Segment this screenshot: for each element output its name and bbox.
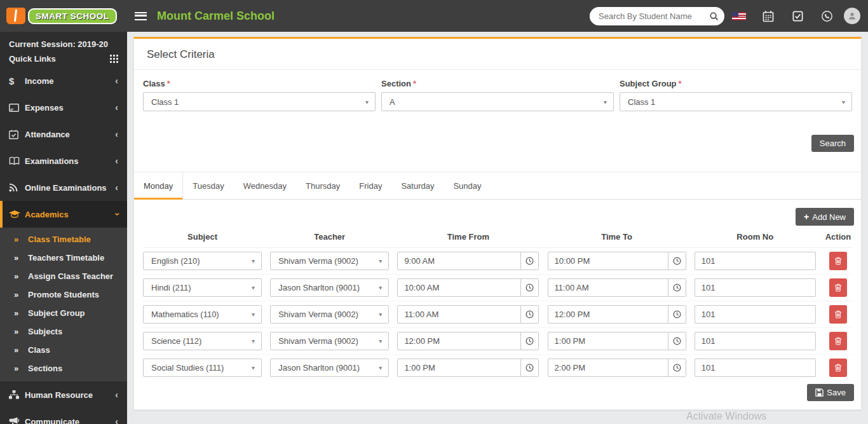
- teacher-select[interactable]: Jason Sharlton (9001)▾: [270, 278, 389, 297]
- section-select[interactable]: A ▾: [381, 92, 614, 111]
- room-no-input[interactable]: [695, 305, 816, 324]
- time-to-input[interactable]: [548, 359, 668, 377]
- time-from-input[interactable]: [397, 278, 521, 297]
- clock-icon[interactable]: [521, 252, 539, 270]
- room-no-input[interactable]: [695, 252, 816, 270]
- sidebar-item-communicate[interactable]: Communicate ‹: [0, 408, 127, 424]
- plus-icon: +: [804, 212, 809, 222]
- sidebar-subitem-teachers-timetable[interactable]: » Teachers Timetable: [0, 249, 127, 267]
- open-book-icon: [9, 156, 25, 165]
- section-field: Section* A ▾: [381, 79, 614, 111]
- table-row: English (210)▾ Shivam Verma (9002)▾: [143, 248, 852, 275]
- whatsapp-icon[interactable]: [812, 10, 841, 22]
- time-from-input[interactable]: [397, 252, 521, 270]
- sidebar-item-attendance[interactable]: Attendance ‹: [0, 121, 127, 147]
- class-select[interactable]: Class 1 ▾: [143, 92, 376, 111]
- tab-thursday[interactable]: Thursday: [296, 172, 349, 199]
- subject-select[interactable]: Science (112)▾: [143, 332, 262, 350]
- clock-icon[interactable]: [668, 305, 686, 324]
- teacher-select[interactable]: Shivam Verma (9002)▾: [270, 305, 389, 324]
- trash-icon: [834, 257, 842, 265]
- sidebar-subitem-class[interactable]: » Class: [0, 341, 127, 359]
- search-icon[interactable]: [703, 7, 724, 25]
- subject-group-label: Subject Group: [620, 79, 677, 88]
- tab-wednesday[interactable]: Wednesday: [234, 172, 296, 199]
- sidebar-subitem-class-timetable[interactable]: » Class Timetable: [0, 230, 127, 249]
- subject-group-select[interactable]: Class 1 ▾: [620, 92, 852, 111]
- page-title: Select Criteria: [134, 39, 861, 70]
- caret-down-icon: ▾: [252, 364, 255, 371]
- sidebar-item-expenses[interactable]: Expenses ‹: [0, 94, 127, 121]
- sidebar-subitem-sections[interactable]: » Sections: [0, 359, 127, 378]
- clock-icon[interactable]: [521, 332, 539, 350]
- room-no-input[interactable]: [695, 278, 816, 297]
- delete-row-button[interactable]: [829, 278, 847, 297]
- room-no-input[interactable]: [695, 359, 816, 377]
- clock-icon[interactable]: [668, 332, 686, 350]
- task-check-icon[interactable]: [783, 11, 812, 22]
- time-from-input[interactable]: [397, 359, 521, 377]
- double-chevron-right-icon: »: [14, 308, 28, 318]
- time-to-input[interactable]: [548, 305, 668, 324]
- search-button[interactable]: Search: [811, 135, 854, 152]
- tab-sunday[interactable]: Sunday: [444, 172, 491, 199]
- time-to-input[interactable]: [548, 332, 668, 350]
- clock-icon[interactable]: [668, 252, 686, 270]
- sidebar-subitem-assign-class-teacher[interactable]: » Assign Class Teacher: [0, 267, 127, 285]
- sidebar-item-examinations[interactable]: Examinations ‹: [0, 147, 127, 174]
- column-header-action: Action: [824, 232, 852, 242]
- clock-icon[interactable]: [521, 305, 539, 324]
- sidebar-item-income[interactable]: $ Income ‹: [0, 67, 127, 94]
- user-avatar[interactable]: [844, 8, 860, 24]
- chevron-left-icon: ‹: [115, 102, 118, 113]
- delete-row-button[interactable]: [829, 359, 847, 377]
- sidebar: Current Session: 2019-20 Quick Links $ I…: [0, 32, 127, 424]
- teacher-select[interactable]: Shivam Verma (9002)▾: [270, 252, 389, 270]
- tab-friday[interactable]: Friday: [349, 172, 391, 199]
- caret-down-icon: ▾: [604, 99, 607, 106]
- search-input[interactable]: [590, 11, 703, 21]
- trash-icon: [834, 284, 842, 292]
- time-to-input[interactable]: [548, 278, 668, 297]
- clock-icon[interactable]: [521, 359, 539, 377]
- timetable-table: Subject Teacher Time From Time To Room N…: [134, 226, 861, 381]
- clock-icon[interactable]: [668, 359, 686, 377]
- column-header-time-to: Time To: [548, 232, 686, 242]
- clock-icon[interactable]: [668, 278, 686, 297]
- hamburger-menu-icon[interactable]: [135, 12, 147, 20]
- tab-tuesday[interactable]: Tuesday: [183, 172, 233, 199]
- tab-monday[interactable]: Monday: [134, 172, 183, 199]
- delete-row-button[interactable]: [829, 305, 847, 324]
- teacher-select[interactable]: Shivam Verma (9002)▾: [270, 332, 389, 350]
- sidebar-item-human-resource[interactable]: Human Resource ‹: [0, 381, 127, 408]
- time-from-input[interactable]: [397, 332, 521, 350]
- calendar-icon[interactable]: [754, 10, 783, 22]
- top-navbar: SMART SCHOOL Mount Carmel School: [0, 0, 868, 32]
- clock-icon[interactable]: [521, 278, 539, 297]
- quick-links[interactable]: Quick Links: [0, 50, 127, 67]
- trash-icon: [834, 364, 842, 372]
- tab-saturday[interactable]: Saturday: [391, 172, 444, 199]
- sidebar-subitem-promote-students[interactable]: » Promote Students: [0, 285, 127, 304]
- subject-select[interactable]: Hindi (211)▾: [143, 278, 262, 297]
- delete-row-button[interactable]: [829, 332, 847, 350]
- save-button[interactable]: Save: [807, 384, 854, 401]
- subject-select[interactable]: Social Studies (111)▾: [143, 359, 262, 377]
- subject-select[interactable]: Mathematics (110)▾: [143, 305, 262, 324]
- subject-select[interactable]: English (210)▾: [143, 252, 262, 270]
- sidebar-item-online-examinations[interactable]: Online Examinations ‹: [0, 174, 127, 201]
- app-logo[interactable]: SMART SCHOOL: [0, 8, 127, 24]
- sidebar-subitem-subject-group[interactable]: » Subject Group: [0, 304, 127, 322]
- caret-down-icon: ▾: [379, 338, 382, 345]
- language-flag-icon[interactable]: [724, 12, 754, 20]
- double-chevron-right-icon: »: [14, 290, 28, 299]
- required-marker: *: [167, 79, 170, 88]
- delete-row-button[interactable]: [829, 252, 847, 270]
- add-new-button[interactable]: +Add New: [796, 208, 854, 226]
- time-to-input[interactable]: [548, 252, 668, 270]
- sidebar-subitem-subjects[interactable]: » Subjects: [0, 322, 127, 341]
- teacher-select[interactable]: Jason Sharlton (9001)▾: [270, 359, 389, 377]
- sidebar-item-academics[interactable]: Academics ‹: [0, 201, 127, 228]
- time-from-input[interactable]: [397, 305, 521, 324]
- room-no-input[interactable]: [695, 332, 816, 350]
